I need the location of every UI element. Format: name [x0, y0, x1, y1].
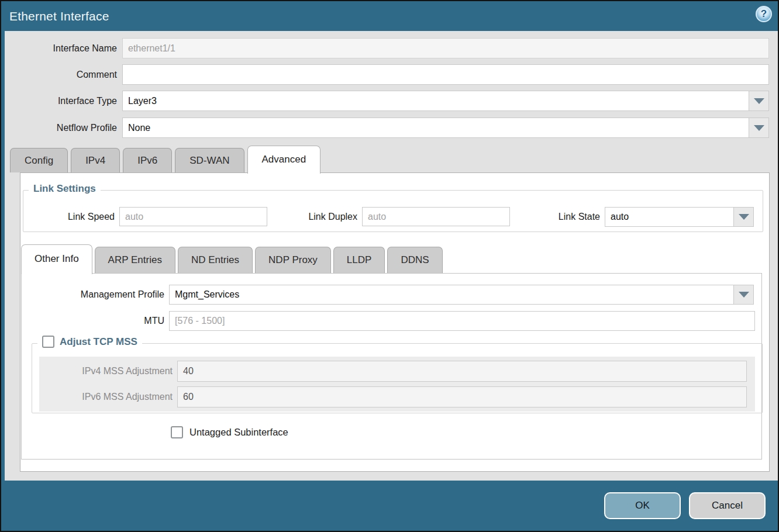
ethernet-interface-dialog: Ethernet Interface ? Interface Name Comm… — [0, 0, 779, 532]
tab-sdwan[interactable]: SD-WAN — [175, 148, 244, 172]
chevron-down-icon — [754, 98, 764, 104]
mtu-label: MTU — [22, 311, 164, 331]
subtab-arp-entries[interactable]: ARP Entries — [95, 247, 175, 273]
subtab-nd-entries[interactable]: ND Entries — [178, 247, 253, 273]
chevron-down-icon — [739, 214, 749, 220]
titlebar: Ethernet Interface — [1, 1, 778, 31]
cancel-button[interactable]: Cancel — [689, 492, 766, 519]
interface-type-value[interactable] — [122, 91, 749, 111]
interface-name-field — [122, 38, 769, 58]
untagged-subinterface-label: Untagged Subinterface — [189, 427, 288, 438]
netflow-profile-dropdown-button[interactable] — [749, 118, 769, 138]
ipv4-mss-field — [177, 361, 747, 382]
advanced-sub-tabs: Other Info ARP Entries ND Entries NDP Pr… — [21, 244, 443, 273]
subtab-ddns[interactable]: DDNS — [387, 247, 442, 273]
adjust-tcp-mss-legend-row: Adjust TCP MSS — [37, 336, 142, 348]
link-state-label: Link State — [513, 207, 600, 226]
ipv6-mss-label: IPv6 MSS Adjustment — [39, 386, 173, 407]
advanced-tab-panel: Link Settings Link Speed Link Duplex Lin… — [20, 172, 770, 472]
ipv6-mss-field — [177, 386, 747, 407]
mss-disabled-box: IPv4 MSS Adjustment IPv6 MSS Adjustment — [39, 357, 755, 412]
ipv4-mss-label: IPv4 MSS Adjustment — [39, 361, 173, 382]
netflow-profile-label: Netflow Profile — [1, 118, 117, 138]
interface-type-dropdown-button[interactable] — [749, 91, 769, 111]
mtu-field[interactable] — [169, 311, 755, 331]
interface-name-label: Interface Name — [1, 38, 117, 58]
ok-button[interactable]: OK — [604, 492, 681, 519]
interface-type-label: Interface Type — [1, 91, 117, 111]
link-state-dropdown[interactable] — [605, 207, 754, 227]
other-info-panel: Management Profile MTU Adjust TCP MSS IP… — [21, 273, 762, 460]
management-profile-dropdown[interactable] — [169, 285, 754, 305]
adjust-tcp-mss-checkbox[interactable] — [42, 336, 54, 348]
comment-field[interactable] — [122, 64, 769, 85]
tab-ipv6[interactable]: IPv6 — [123, 148, 172, 172]
chevron-down-icon — [739, 292, 749, 298]
management-profile-dropdown-button[interactable] — [734, 285, 754, 305]
link-state-value[interactable] — [605, 207, 734, 227]
link-settings-legend: Link Settings — [29, 183, 101, 195]
subtab-ndp-proxy[interactable]: NDP Proxy — [255, 247, 331, 273]
link-speed-label: Link Speed — [23, 207, 115, 226]
help-icon[interactable]: ? — [756, 6, 772, 22]
untagged-subinterface-checkbox[interactable] — [171, 426, 183, 438]
dialog-title: Ethernet Interface — [9, 9, 109, 23]
tab-advanced[interactable]: Advanced — [247, 146, 321, 174]
main-tabs: Config IPv4 IPv6 SD-WAN Advanced — [10, 145, 320, 172]
link-settings-fieldset: Link Settings Link Speed Link Duplex Lin… — [23, 190, 763, 232]
untagged-subinterface-row: Untagged Subinterface — [171, 426, 288, 438]
chevron-down-icon — [754, 125, 764, 131]
management-profile-value[interactable] — [169, 285, 734, 305]
subtab-lldp[interactable]: LLDP — [333, 247, 385, 273]
link-state-dropdown-button[interactable] — [734, 207, 754, 227]
adjust-tcp-mss-fieldset: Adjust TCP MSS IPv4 MSS Adjustment IPv6 … — [32, 343, 763, 413]
netflow-profile-value[interactable] — [122, 118, 749, 138]
netflow-profile-dropdown[interactable] — [122, 118, 769, 138]
tab-config[interactable]: Config — [10, 148, 68, 172]
management-profile-label: Management Profile — [22, 285, 164, 305]
footer-bar: OK Cancel — [1, 481, 778, 531]
interface-type-dropdown[interactable] — [122, 91, 769, 111]
help-icon-glyph: ? — [761, 8, 767, 20]
comment-label: Comment — [1, 64, 117, 85]
link-duplex-label: Link Duplex — [269, 207, 357, 226]
link-duplex-field[interactable] — [362, 207, 510, 226]
subtab-other-info[interactable]: Other Info — [21, 244, 92, 274]
adjust-tcp-mss-label: Adjust TCP MSS — [60, 336, 137, 348]
link-speed-field[interactable] — [119, 207, 267, 226]
tab-ipv4[interactable]: IPv4 — [71, 148, 120, 172]
